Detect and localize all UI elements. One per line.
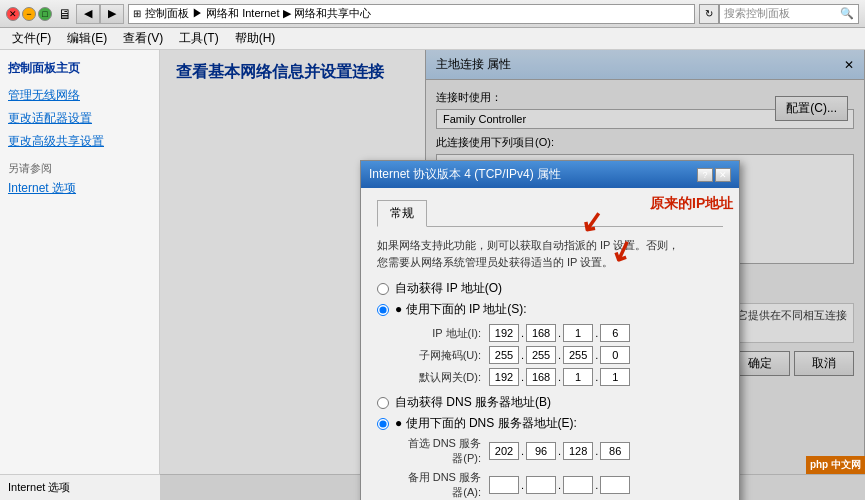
- sidebar-link-sharing[interactable]: 更改高级共享设置: [8, 133, 151, 150]
- adns-octet-4[interactable]: [600, 476, 630, 494]
- sidebar-title: 控制面板主页: [8, 60, 151, 77]
- close-button[interactable]: ✕: [6, 7, 20, 21]
- adns-octet-1[interactable]: [489, 476, 519, 494]
- alternate-dns-label: 备用 DNS 服务器(A):: [401, 470, 481, 500]
- subnet-row: 子网掩码(U): 255 . 255 . 255 . 0: [377, 346, 723, 364]
- preferred-dns-row: 首选 DNS 服务器(P): 202 . 96 . 128 . 86: [377, 436, 723, 466]
- sidebar-see-also: 另请参阅 Internet 选项: [8, 161, 151, 197]
- back-button[interactable]: ◀: [76, 4, 100, 24]
- see-also-title: 另请参阅: [8, 161, 151, 176]
- dns-section: 自动获得 DNS 服务器地址(B) ● 使用下面的 DNS 服务器地址(E): …: [377, 394, 723, 500]
- pdns-octet-3[interactable]: 128: [563, 442, 593, 460]
- content-area: 查看基本网络信息并设置连接 主地连接 属性 ✕ 连接时使用： Family Co…: [160, 50, 865, 500]
- ip-input[interactable]: 192 . 168 . 1 . 6: [489, 324, 630, 342]
- gateway-label: 默认网关(D):: [401, 370, 481, 385]
- manual-dns-radio[interactable]: ● 使用下面的 DNS 服务器地址(E):: [377, 415, 723, 432]
- manual-ip-radio[interactable]: ● 使用下面的 IP 地址(S):: [377, 301, 723, 318]
- ip-octet-2[interactable]: 168: [526, 324, 556, 342]
- ip-radio-group: 自动获得 IP 地址(O) ● 使用下面的 IP 地址(S):: [377, 280, 723, 318]
- gateway-row: 默认网关(D): 192 . 168 . 1 . 1: [377, 368, 723, 386]
- address-bar[interactable]: ⊞ 控制面板 ▶ 网络和 Internet ▶ 网络和共享中心: [128, 4, 695, 24]
- status-text: Internet 选项: [8, 480, 70, 495]
- subnet-label: 子网掩码(U):: [401, 348, 481, 363]
- search-placeholder: 搜索控制面板: [724, 6, 790, 21]
- gw-octet-1[interactable]: 192: [489, 368, 519, 386]
- menu-tools[interactable]: 工具(T): [171, 28, 226, 49]
- menu-help[interactable]: 帮助(H): [227, 28, 284, 49]
- dialog-close-button[interactable]: ✕: [715, 168, 731, 182]
- app-icon: 🖥: [58, 6, 72, 22]
- menu-file[interactable]: 文件(F): [4, 28, 59, 49]
- ip-octet-4[interactable]: 6: [600, 324, 630, 342]
- php-logo: php 中文网: [806, 456, 865, 474]
- ip-octet-1[interactable]: 192: [489, 324, 519, 342]
- dialog-title-buttons[interactable]: ? ✕: [697, 168, 731, 182]
- minimize-button[interactable]: −: [22, 7, 36, 21]
- alternate-dns-input[interactable]: . . .: [489, 476, 630, 494]
- alternate-dns-row: 备用 DNS 服务器(A): . . .: [377, 470, 723, 500]
- forward-button[interactable]: ▶: [100, 4, 124, 24]
- maximize-button[interactable]: □: [38, 7, 52, 21]
- dialog-body: 常规 如果网络支持此功能，则可以获取自动指派的 IP 设置。否则， 您需要从网络…: [361, 188, 739, 500]
- subnet-octet-4[interactable]: 0: [600, 346, 630, 364]
- address-icon: ⊞: [133, 8, 141, 19]
- dialog-description: 如果网络支持此功能，则可以获取自动指派的 IP 设置。否则， 您需要从网络系统管…: [377, 237, 723, 270]
- annotation-text: 原来的IP地址: [650, 195, 733, 213]
- preferred-dns-input[interactable]: 202 . 96 . 128 . 86: [489, 442, 630, 460]
- pdns-octet-1[interactable]: 202: [489, 442, 519, 460]
- subnet-input[interactable]: 255 . 255 . 255 . 0: [489, 346, 630, 364]
- search-box[interactable]: 搜索控制面板 🔍: [719, 4, 859, 24]
- ip-address-row: IP 地址(I): 192 . 168 . 1 . 6: [377, 324, 723, 342]
- ip-octet-3[interactable]: 1: [563, 324, 593, 342]
- gw-octet-2[interactable]: 168: [526, 368, 556, 386]
- auto-ip-radio[interactable]: 自动获得 IP 地址(O): [377, 280, 723, 297]
- refresh-button[interactable]: ↻: [699, 4, 719, 24]
- pdns-octet-2[interactable]: 96: [526, 442, 556, 460]
- sidebar-link-wireless[interactable]: 管理无线网络: [8, 87, 151, 104]
- menu-bar: 文件(F) 编辑(E) 查看(V) 工具(T) 帮助(H): [0, 28, 865, 50]
- address-text: 控制面板 ▶ 网络和 Internet ▶ 网络和共享中心: [145, 6, 371, 21]
- window-controls[interactable]: ✕ − □: [6, 7, 52, 21]
- subnet-octet-3[interactable]: 255: [563, 346, 593, 364]
- auto-dns-radio[interactable]: 自动获得 DNS 服务器地址(B): [377, 394, 723, 411]
- dialog-title-bar: Internet 协议版本 4 (TCP/IPv4) 属性 ? ✕: [361, 161, 739, 188]
- dialog-help-button[interactable]: ?: [697, 168, 713, 182]
- dialog-title-text: Internet 协议版本 4 (TCP/IPv4) 属性: [369, 166, 561, 183]
- tab-general[interactable]: 常规: [377, 200, 427, 227]
- sidebar: 控制面板主页 管理无线网络 更改适配器设置 更改高级共享设置 另请参阅 Inte…: [0, 50, 160, 500]
- subnet-octet-2[interactable]: 255: [526, 346, 556, 364]
- gw-octet-3[interactable]: 1: [563, 368, 593, 386]
- preferred-dns-label: 首选 DNS 服务器(P):: [401, 436, 481, 466]
- menu-view[interactable]: 查看(V): [115, 28, 171, 49]
- ip-label: IP 地址(I):: [401, 326, 481, 341]
- menu-edit[interactable]: 编辑(E): [59, 28, 115, 49]
- search-icon: 🔍: [840, 7, 854, 20]
- sidebar-link-adapter[interactable]: 更改适配器设置: [8, 110, 151, 127]
- gw-octet-4[interactable]: 1: [600, 368, 630, 386]
- title-bar: ✕ − □ 🖥 ◀ ▶ ⊞ 控制面板 ▶ 网络和 Internet ▶ 网络和共…: [0, 0, 865, 28]
- adns-octet-3[interactable]: [563, 476, 593, 494]
- sidebar-link-internet-options[interactable]: Internet 选项: [8, 180, 151, 197]
- main-content: 控制面板主页 管理无线网络 更改适配器设置 更改高级共享设置 另请参阅 Inte…: [0, 50, 865, 500]
- gateway-input[interactable]: 192 . 168 . 1 . 1: [489, 368, 630, 386]
- pdns-octet-4[interactable]: 86: [600, 442, 630, 460]
- adns-octet-2[interactable]: [526, 476, 556, 494]
- subnet-octet-1[interactable]: 255: [489, 346, 519, 364]
